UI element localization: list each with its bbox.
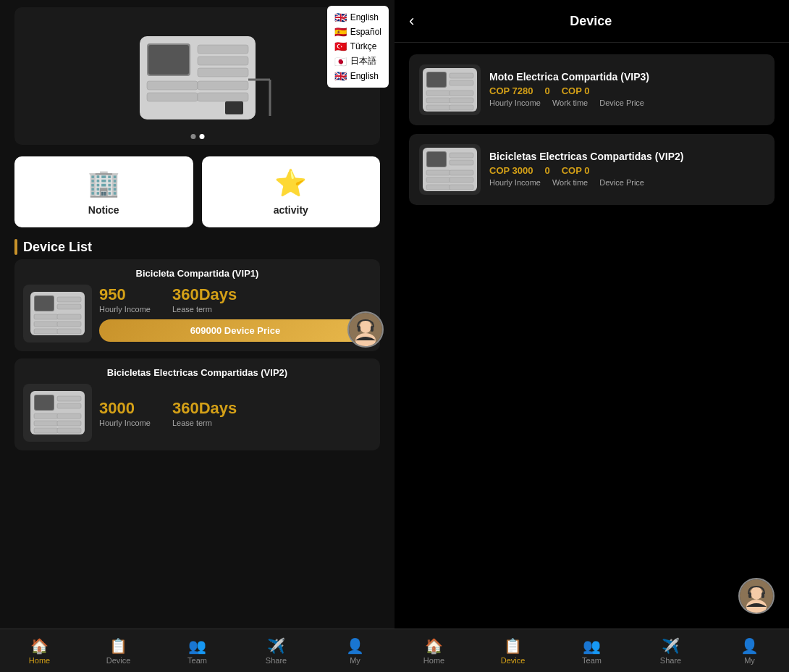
lang-english-2[interactable]: 🇬🇧 English: [334, 69, 381, 83]
nav-device-left[interactable]: 📋 Device: [79, 637, 158, 665]
svg-rect-28: [57, 329, 81, 334]
svg-rect-4: [198, 56, 248, 65]
right-work-vip3: 0: [544, 85, 549, 96]
svg-rect-22: [57, 304, 81, 309]
svg-rect-60: [450, 177, 473, 182]
hourly-income-label-vip1: Hourly Income: [99, 305, 151, 314]
svg-rect-43: [450, 73, 473, 78]
svg-rect-34: [34, 413, 58, 419]
notice-label: Notice: [88, 204, 119, 216]
right-labels-row-vip2: Hourly Income Work time Device Price: [489, 178, 764, 187]
dot-1[interactable]: [190, 134, 195, 139]
nav-share-right[interactable]: ✈️ Share: [631, 637, 710, 665]
device-label-left: Device: [106, 656, 131, 665]
device-icon-left: 📋: [109, 637, 127, 655]
lang-english-1[interactable]: 🇬🇧 English: [334, 10, 381, 25]
hourly-income-label-vip2: Hourly Income: [99, 419, 151, 427]
svg-rect-7: [147, 93, 198, 101]
hero-device-image: [118, 22, 277, 130]
nav-team-right[interactable]: 👥 Team: [552, 637, 631, 665]
svg-point-14: [360, 320, 371, 333]
nav-home-right[interactable]: 🏠 Home: [394, 637, 473, 665]
svg-rect-56: [426, 170, 450, 175]
svg-rect-58: [426, 185, 450, 190]
svg-rect-2: [148, 45, 189, 75]
nav-device-right[interactable]: 📋 Device: [473, 637, 552, 665]
svg-rect-54: [450, 153, 473, 158]
right-device-name-vip2: Bicicletas Electricas Compartidas (VIP2): [489, 151, 764, 162]
right-hourly-label-vip2: Hourly Income: [489, 178, 541, 187]
activity-label: activity: [274, 204, 308, 216]
svg-rect-47: [426, 105, 450, 110]
svg-rect-32: [57, 396, 81, 401]
device-stats-vip2: 3000 Hourly Income 360Days Lease term: [99, 399, 371, 427]
right-work-label-vip3: Work time: [552, 98, 588, 107]
lang-japanese[interactable]: 🇯🇵 日本語: [334, 54, 381, 69]
notice-icon: 🏢: [88, 168, 120, 198]
svg-point-63: [751, 587, 762, 600]
right-device-card-vip2[interactable]: Bicicletas Electricas Compartidas (VIP2)…: [409, 134, 775, 205]
right-support-avatar[interactable]: [738, 578, 775, 614]
device-card-vip1[interactable]: Bicicleta Compartida (VIP1): [14, 259, 380, 351]
device-list-header: Device List: [14, 239, 380, 255]
svg-rect-21: [57, 297, 81, 302]
device-name-vip2: Bicicletas Electricas Compartidas (VIP2): [23, 367, 371, 378]
notice-card[interactable]: 🏢 Notice: [14, 156, 193, 227]
activity-icon: ⭐: [274, 168, 307, 198]
home-label-right: Home: [423, 656, 444, 665]
activity-card[interactable]: ⭐ activity: [202, 156, 381, 227]
nav-share-left[interactable]: ✈️ Share: [237, 637, 316, 665]
back-button[interactable]: ‹: [409, 12, 414, 30]
share-icon-right: ✈️: [662, 637, 680, 655]
right-price-label-vip3: Device Price: [599, 98, 644, 107]
svg-rect-38: [57, 421, 81, 426]
lang-label: Türkçe: [350, 41, 377, 51]
svg-rect-35: [34, 421, 58, 426]
lease-term-label-vip1: Lease term: [172, 305, 237, 314]
lang-label: English: [350, 12, 379, 22]
svg-rect-42: [427, 72, 446, 87]
device-list: Bicicleta Compartida (VIP1): [0, 259, 394, 672]
lang-espanol[interactable]: 🇪🇸 Español: [334, 25, 381, 39]
nav-team-left[interactable]: 👥 Team: [158, 637, 237, 665]
nav-my-right[interactable]: 👤 My: [710, 637, 789, 665]
support-avatar[interactable]: [347, 311, 384, 348]
right-device-thumb-vip3: [419, 64, 481, 115]
right-stats-row-vip3: COP 7280 0 COP 0: [489, 85, 764, 96]
svg-rect-27: [57, 322, 81, 327]
dot-2[interactable]: [199, 134, 204, 139]
right-hourly-label-vip3: Hourly Income: [489, 98, 541, 107]
section-bar: [14, 239, 17, 255]
device-thumb-vip1: [23, 285, 92, 343]
device-image-vip1: [27, 288, 88, 339]
my-label-left: My: [350, 656, 360, 665]
my-icon-left: 👤: [346, 637, 364, 655]
svg-rect-25: [34, 329, 58, 334]
nav-my-left[interactable]: 👤 My: [316, 637, 394, 665]
svg-rect-37: [57, 413, 81, 419]
right-panel: ‹ Device Mo: [394, 0, 789, 672]
right-device-card-vip3[interactable]: Moto Electrica Compartida (VIP3) COP 728…: [409, 54, 775, 125]
right-work-vip2: 0: [544, 165, 549, 176]
svg-rect-20: [35, 296, 54, 311]
right-labels-row-vip3: Hourly Income Work time Device Price: [489, 98, 764, 107]
right-hourly-vip2: COP 3000: [489, 165, 533, 176]
team-icon-left: 👥: [188, 637, 206, 655]
support-avatar-image: [349, 313, 382, 346]
right-header: ‹ Device: [394, 0, 789, 43]
my-icon-right: 👤: [741, 637, 759, 655]
svg-rect-10: [225, 101, 243, 114]
device-name-vip1: Bicicleta Compartida (VIP1): [23, 268, 371, 279]
device-list-title: Device List: [23, 240, 92, 255]
device-card-vip2[interactable]: Bicicletas Electricas Compartidas (VIP2): [14, 358, 380, 450]
device-label-right: Device: [501, 656, 526, 665]
lease-term-vip2: 360Days: [172, 399, 237, 418]
device-price-btn-vip1[interactable]: 609000 Device Price: [99, 319, 371, 342]
right-price-vip2: COP 0: [562, 165, 590, 176]
left-bottom-nav: 🏠 Home 📋 Device 👥 Team ✈️ Share 👤 My: [0, 629, 394, 672]
nav-home-left[interactable]: 🏠 Home: [0, 637, 79, 665]
language-dropdown[interactable]: 🇬🇧 English 🇪🇸 Español 🇹🇷 Türkçe 🇯🇵 日本語 🇬…: [327, 6, 389, 88]
lang-label: English: [350, 71, 379, 81]
lang-turkish[interactable]: 🇹🇷 Türkçe: [334, 39, 381, 54]
right-device-info-vip3: Moto Electrica Compartida (VIP3) COP 728…: [489, 71, 764, 109]
